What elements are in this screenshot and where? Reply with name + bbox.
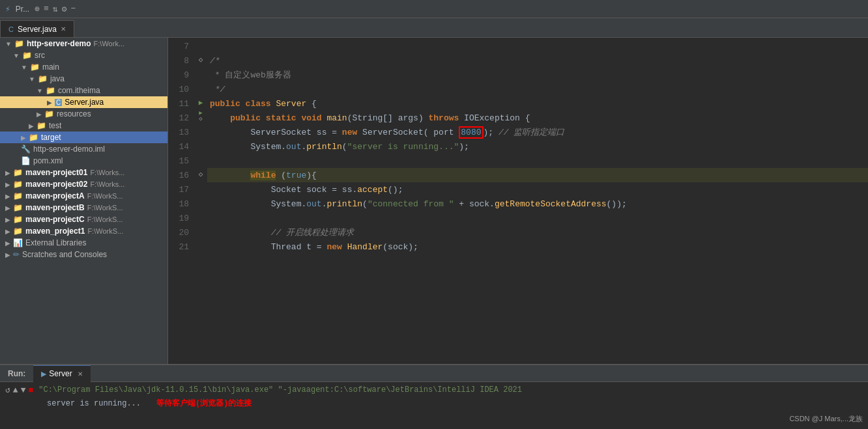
expand-arrow-maven1: ▶ — [5, 228, 10, 235]
sidebar-item-mavenB[interactable]: ▶ 📁 maven-projectB F:\WorkS... — [0, 202, 167, 214]
code-area: 7 8 9 10 11 12 13 14 15 16 17 18 19 20 2… — [168, 38, 868, 364]
icon-add[interactable]: ⊕ — [35, 4, 40, 14]
sidebar-item-maven01[interactable]: ▶ 📁 maven-project01 F:\Works... — [0, 167, 167, 178]
bottom-status-bar: CSDN @J Mars,...龙族 — [0, 414, 868, 424]
scratches-label: Scratches and Consoles — [22, 250, 107, 259]
serversocket-13: ServerSocket ss = — [250, 128, 341, 137]
icon-menu[interactable]: ≡ — [44, 4, 49, 14]
gutter-17 — [194, 181, 207, 195]
java-folder-icon: 📁 — [38, 74, 48, 83]
sidebar-item-mavenA[interactable]: ▶ 📁 maven-projectA F:\WorkS... — [0, 190, 167, 202]
tab-close-icon[interactable]: ✕ — [61, 25, 66, 33]
sidebar-item-com-itheima[interactable]: ▼ 📁 com.itheima — [0, 85, 167, 96]
println-14: println — [306, 142, 342, 152]
sidebar-item-maven02[interactable]: ▶ 📁 maven-project02 F:\Works... — [0, 178, 167, 190]
maven02-folder-icon: 📁 — [13, 180, 23, 189]
code-line-8: /* — [207, 53, 868, 68]
sidebar-item-mavenC[interactable]: ▶ 📁 maven-projectC F:\WorkS... — [0, 214, 167, 225]
icon-settings[interactable]: ⚙ — [62, 4, 67, 14]
expand-arrow-com: ▼ — [36, 87, 43, 94]
handler-21: Handler — [347, 242, 383, 252]
ln-20: 20 — [168, 225, 189, 240]
kw-throws-12: throws — [429, 113, 465, 123]
expand-arrow-test: ▶ — [29, 122, 34, 130]
gutter-15 — [194, 152, 207, 167]
icon-minimize[interactable]: − — [70, 4, 76, 14]
gutter-19 — [194, 210, 207, 224]
ln-11: 11 — [168, 96, 189, 111]
expand-arrow-mavenB: ▶ — [5, 204, 10, 212]
sidebar-item-src[interactable]: ▼ 📁 src — [0, 49, 167, 61]
gutter-21 — [194, 238, 207, 253]
ln-9: 9 — [168, 68, 189, 82]
folder-icon: 📁 — [14, 39, 24, 48]
mavenC-label: maven-projectC — [25, 215, 85, 224]
expand-arrow-resources: ▶ — [36, 111, 42, 118]
mavenC-folder-icon: 📁 — [13, 215, 23, 224]
server-tab-close[interactable]: ✕ — [78, 370, 83, 378]
bottom-content: ↺ ▲ ▼ ■ "C:\Program Files\Java\jdk-11.0.… — [0, 382, 868, 414]
sidebar-item-scratches[interactable]: ▶ ✏ Scratches and Consoles — [0, 249, 167, 260]
sidebar-item-ext-lib[interactable]: ▶ 📊 External Libraries — [0, 237, 167, 249]
gutter-12: ▶ ◇ — [194, 109, 207, 124]
ln-17: 17 — [168, 182, 189, 197]
system-14: System. — [250, 142, 286, 152]
sidebar-item-server-java[interactable]: ▶ C Server.java — [0, 96, 167, 108]
sidebar-item-iml[interactable]: 🔧 http-server-demo.iml — [0, 143, 167, 155]
src-label: src — [35, 51, 45, 60]
target-folder-icon: 📁 — [29, 133, 38, 142]
sidebar-item-target[interactable]: ▶ 📁 target — [0, 131, 167, 143]
gutter-18 — [194, 195, 207, 210]
code-line-20: // 开启线程处理请求 — [207, 225, 868, 240]
test-folder-icon: 📁 — [36, 121, 46, 130]
sidebar-item-resources[interactable]: ▶ 📁 resources — [0, 108, 167, 120]
iml-label: http-server-demo.iml — [33, 145, 105, 154]
ln-12: 12 — [168, 111, 189, 125]
icon-sort[interactable]: ⇅ — [53, 4, 58, 14]
kw-true-16: true — [286, 171, 306, 180]
tab-server-java[interactable]: C Server.java ✕ — [0, 20, 74, 37]
sidebar-item-java[interactable]: ▼ 📁 java — [0, 73, 167, 85]
expand-arrow-maven02: ▶ — [5, 181, 10, 188]
code-editor[interactable]: 7 8 9 10 11 12 13 14 15 16 17 18 19 20 2… — [168, 38, 868, 364]
sidebar-item-main[interactable]: ▼ 📁 main — [0, 61, 167, 73]
ln-10: 10 — [168, 82, 189, 96]
resources-label: resources — [57, 109, 91, 118]
handler-args-21: (sock); — [383, 242, 418, 252]
tab-label: Server.java — [18, 25, 57, 34]
sidebar-item-maven1[interactable]: ▶ 📁 maven_project1 F:\WorkS... — [0, 225, 167, 237]
mavenA-label: maven-projectA — [25, 191, 85, 201]
com-folder-icon: 📁 — [46, 86, 55, 95]
gutter-11: ▶ — [194, 95, 207, 109]
string-18: "connected from " — [368, 199, 454, 209]
title-text: Pr... — [16, 5, 29, 14]
restart-icon[interactable]: ↺ — [5, 385, 10, 395]
sidebar: ▼ 📁 http-server-demo F:\Work... ▼ 📁 src … — [0, 38, 168, 364]
paren-14: ( — [342, 142, 347, 152]
kw-void-12: void — [301, 113, 326, 123]
kw-while-16: while — [250, 171, 276, 180]
sidebar-item-http-server-demo[interactable]: ▼ 📁 http-server-demo F:\Work... — [0, 38, 167, 49]
ln-19: 19 — [168, 211, 189, 225]
sidebar-item-pom[interactable]: 📄 pom.xml — [0, 155, 167, 167]
src-folder-icon: 📁 — [22, 51, 32, 60]
ln-13: 13 — [168, 125, 189, 139]
sidebar-item-test[interactable]: ▶ 📁 test — [0, 120, 167, 131]
ln-18: 18 — [168, 197, 189, 211]
resources-folder-icon: 📁 — [44, 109, 54, 118]
tab-java-icon: C — [8, 25, 14, 33]
scroll-down-icon[interactable]: ▼ — [21, 385, 26, 395]
scroll-up-icon[interactable]: ▲ — [13, 385, 18, 395]
close-18: ()); — [607, 199, 627, 209]
bottom-tab-server[interactable]: ▶ Server ✕ — [33, 365, 90, 382]
expand-arrow-mavenC: ▶ — [5, 216, 10, 223]
code-lines: /* * 自定义web服务器 */ public class Server { — [207, 38, 868, 364]
expand-arrow-mavenA: ▶ — [5, 193, 10, 200]
accept-close-17: (); — [388, 185, 403, 195]
indent-18 — [210, 199, 271, 209]
bottom-tabs: Run: ▶ Server ✕ — [0, 365, 868, 382]
stop-icon[interactable]: ■ — [28, 385, 33, 395]
maven1-label: maven_project1 — [25, 227, 85, 236]
code-line-17: Socket sock = ss. accept (); — [207, 182, 868, 197]
comment-20: // 开启线程处理请求 — [271, 227, 354, 238]
